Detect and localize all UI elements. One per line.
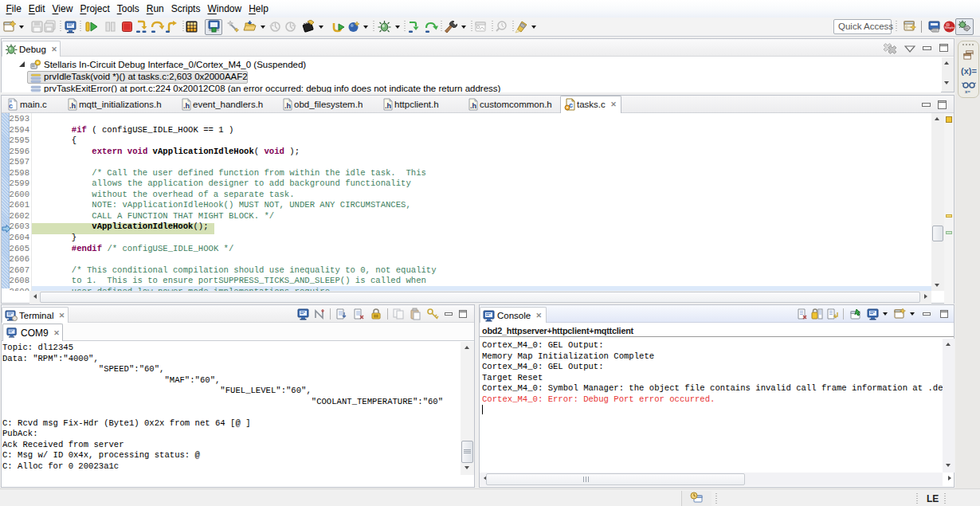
svg-text:.h: .h <box>385 102 391 110</box>
svg-text:.h: .h <box>69 102 76 110</box>
svg-text:.h: .h <box>284 102 291 110</box>
svg-text:.h: .h <box>470 102 476 110</box>
svg-text:c: c <box>9 102 13 110</box>
svg-text:x=: x= <box>965 89 970 94</box>
svg-text:.h: .h <box>183 102 190 110</box>
svg-text:(x)=: (x)= <box>961 66 977 76</box>
svg-text:Simple: Simple <box>944 25 955 29</box>
